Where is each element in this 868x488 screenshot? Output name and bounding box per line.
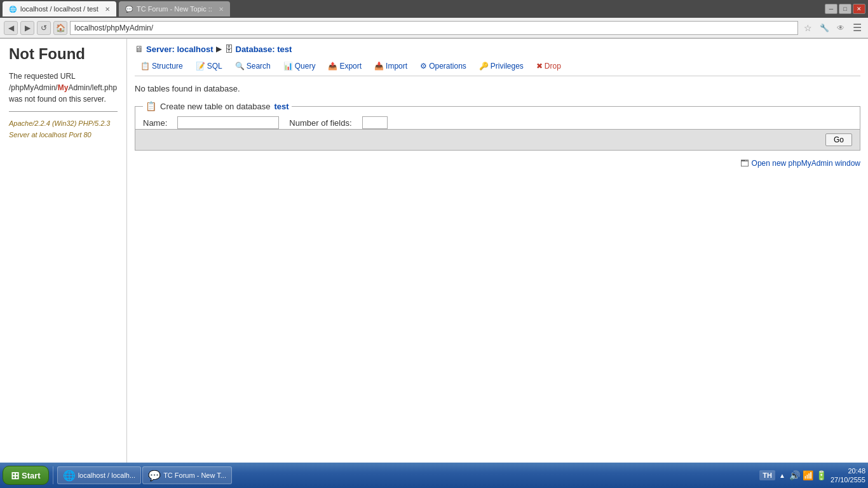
taskbar: ⊞ Start 🌐 localhost / localh... 💬 TC For…	[0, 463, 868, 463]
not-found-text: The requested URL /phpMyAdmin/MyAdmin/le…	[9, 71, 118, 105]
inactive-tab-close[interactable]: ✕	[219, 6, 224, 13]
tab-sql-label: SQL	[207, 62, 222, 71]
server-link[interactable]: Server: localhost	[146, 44, 214, 54]
active-tab-close[interactable]: ✕	[105, 6, 110, 13]
window-controls: ─ □ ✕	[825, 4, 865, 14]
sql-icon: 📝	[196, 62, 205, 71]
open-window-section: 🗔 Open new phpMyAdmin window	[135, 158, 860, 168]
tab-operations[interactable]: ⚙ Operations	[414, 59, 472, 73]
forward-button[interactable]: ▶	[20, 21, 34, 35]
tab-favicon: 🌐	[9, 6, 17, 13]
inactive-tab-label: TC Forum - New Topic ::	[137, 5, 212, 13]
open-window-icon: 🗔	[740, 158, 749, 168]
my-highlight: My	[58, 83, 69, 92]
divider	[9, 111, 118, 112]
tab-drop[interactable]: ✖ Drop	[531, 59, 567, 73]
tab2-favicon: 💬	[125, 6, 133, 13]
breadcrumb-separator: ▶	[216, 44, 222, 53]
left-panel: Not Found The requested URL /phpMyAdmin/…	[0, 39, 127, 463]
nav-bar: ◀ ▶ ↺ 🏠 localhost/phpMyAdmin/ ☆ 🔧 👁 ☰	[0, 18, 868, 38]
drop-icon: ✖	[536, 62, 543, 71]
fields-label: Number of fields:	[289, 118, 351, 128]
right-panel: 🖥 Server: localhost ▶ 🗄 Database: test 📋…	[127, 39, 868, 463]
minimize-button[interactable]: ─	[825, 4, 837, 14]
db-icon: 🗄	[224, 44, 233, 54]
tab-export-label: Export	[339, 62, 362, 71]
tab-privileges[interactable]: 🔑 Privileges	[473, 59, 529, 73]
bookmark-button[interactable]: ☆	[801, 21, 815, 35]
title-bar: 🌐 localhost / localhost / test ✕ 💬 TC Fo…	[0, 0, 868, 18]
refresh-button[interactable]: ↺	[37, 21, 51, 35]
table-name-input[interactable]	[177, 116, 279, 129]
legend-prefix: Create new table on database	[160, 102, 270, 111]
server-info: Apache/2.2.4 (Win32) PHP/5.2.3 Server at…	[9, 118, 118, 140]
tab-bar: 📋 Structure 📝 SQL 🔍 Search 📊 Query 📤 Exp…	[135, 59, 860, 76]
maximize-button[interactable]: □	[839, 4, 851, 14]
create-table-fieldset: 📋 Create new table on database test Name…	[135, 101, 860, 151]
address-bar[interactable]: localhost/phpMyAdmin/	[70, 21, 798, 35]
open-window-link[interactable]: Open new phpMyAdmin window	[752, 159, 860, 168]
address-text: localhost/phpMyAdmin/	[74, 24, 794, 32]
breadcrumb: 🖥 Server: localhost ▶ 🗄 Database: test	[135, 44, 860, 54]
tab-drop-label: Drop	[545, 62, 561, 71]
search-icon: 🔍	[235, 62, 245, 71]
tab-sql[interactable]: 📝 SQL	[190, 59, 228, 73]
structure-icon: 📋	[140, 62, 150, 71]
extension-button1[interactable]: 🔧	[817, 21, 831, 35]
db-link[interactable]: Database: test	[236, 44, 292, 54]
legend-icon: 📋	[146, 101, 156, 111]
tab-import-label: Import	[386, 62, 407, 71]
privileges-icon: 🔑	[479, 62, 489, 71]
tab-import[interactable]: 📥 Import	[369, 59, 413, 73]
query-icon: 📊	[283, 62, 293, 71]
go-button[interactable]: Go	[825, 133, 852, 146]
name-label: Name:	[143, 118, 167, 128]
export-icon: 📤	[328, 62, 337, 71]
import-icon: 📥	[374, 62, 384, 71]
create-table-form-row: Name: Number of fields:	[143, 116, 852, 129]
tab-structure[interactable]: 📋 Structure	[135, 59, 189, 73]
inactive-tab[interactable]: 💬 TC Forum - New Topic :: ✕	[119, 1, 230, 17]
tab-export[interactable]: 📤 Export	[322, 59, 367, 73]
server-icon: 🖥	[135, 44, 144, 54]
home-button[interactable]: 🏠	[53, 21, 67, 35]
menu-button[interactable]: ☰	[850, 22, 864, 34]
tab-privileges-label: Privileges	[491, 62, 524, 71]
create-table-footer: Go	[135, 129, 860, 150]
create-table-legend: 📋 Create new table on database test	[143, 101, 292, 111]
tab-query[interactable]: 📊 Query	[278, 59, 322, 73]
legend-dbname: test	[274, 102, 288, 111]
back-button[interactable]: ◀	[4, 21, 18, 35]
active-tab[interactable]: 🌐 localhost / localhost / test ✕	[3, 1, 116, 17]
close-button[interactable]: ✕	[853, 4, 865, 14]
tab-operations-label: Operations	[429, 62, 466, 71]
tab-query-label: Query	[295, 62, 316, 71]
extension-button2[interactable]: 👁	[834, 21, 848, 35]
no-tables-message: No tables found in database.	[135, 84, 860, 93]
num-fields-input[interactable]	[362, 116, 388, 129]
tab-search[interactable]: 🔍 Search	[229, 59, 276, 73]
tab-structure-label: Structure	[152, 62, 183, 71]
operations-icon: ⚙	[420, 62, 427, 71]
not-found-title: Not Found	[9, 45, 118, 63]
active-tab-label: localhost / localhost / test	[20, 5, 98, 13]
tab-search-label: Search	[247, 62, 271, 71]
